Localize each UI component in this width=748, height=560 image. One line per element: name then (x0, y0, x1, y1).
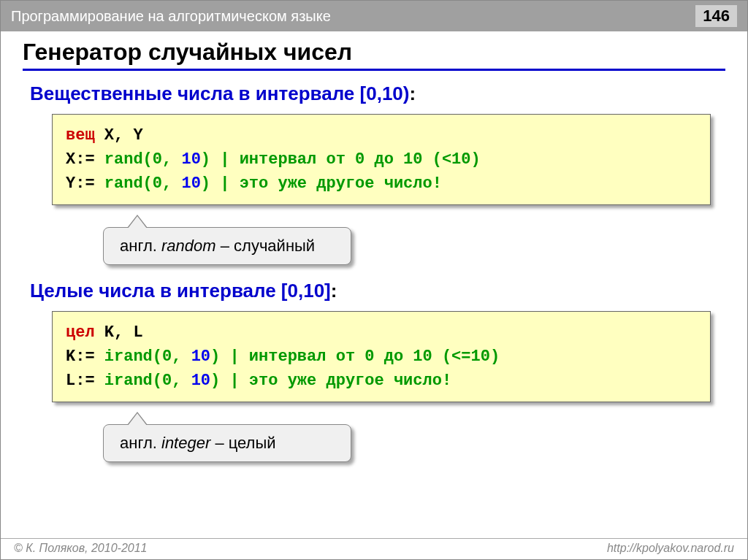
section-heading-real: Вещественные числа в интервале [0,10): (30, 83, 725, 105)
course-title: Программирование на алгоритмическом язык… (11, 8, 331, 25)
code-block-int: цел K, L K:= irand(0, 10) | интервал от … (52, 311, 711, 402)
callout-integer: англ. integer – целый (103, 424, 351, 462)
slide-header: Программирование на алгоритмическом язык… (1, 1, 747, 31)
callout-random: англ. random – случайный (103, 227, 351, 265)
page-number: 146 (695, 5, 737, 27)
type-keyword: цел (66, 323, 95, 342)
page-title: Генератор случайных чисел (23, 39, 725, 71)
section-heading-int: Целые числа в интервале [0,10]: (30, 280, 725, 302)
slide-footer: © К. Поляков, 2010-2011 http://kpolyakov… (1, 538, 747, 559)
code-block-real: вещ X, Y X:= rand(0, 10) | интервал от 0… (52, 114, 711, 205)
slide-content: Генератор случайных чисел Вещественные ч… (1, 31, 747, 462)
type-keyword: вещ (66, 126, 95, 145)
copyright: © К. Поляков, 2010-2011 (14, 542, 147, 555)
website-url: http://kpolyakov.narod.ru (607, 542, 734, 555)
